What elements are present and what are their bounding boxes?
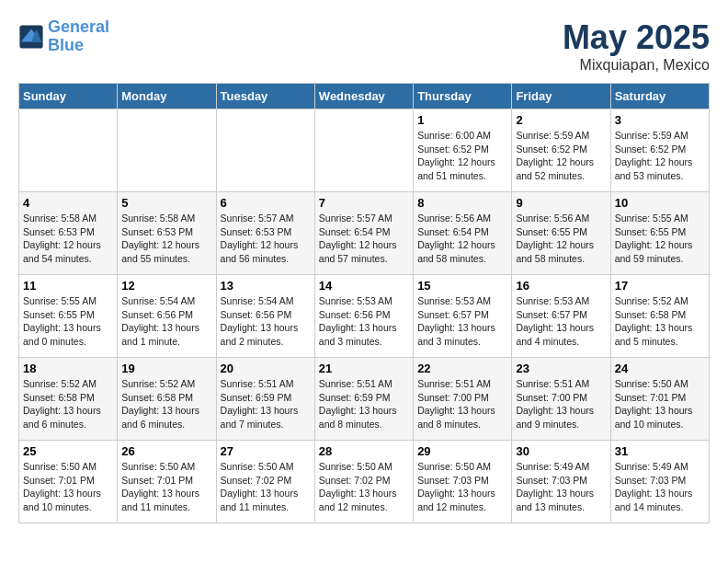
day-cell: 5Sunrise: 5:58 AM Sunset: 6:53 PM Daylig… [118,192,216,275]
week-row-1: 1Sunrise: 6:00 AM Sunset: 6:52 PM Daylig… [19,109,710,192]
day-info: Sunrise: 5:59 AM Sunset: 6:52 PM Dayligh… [516,129,606,183]
day-number: 8 [417,196,507,210]
day-number: 24 [615,362,705,375]
day-info: Sunrise: 5:52 AM Sunset: 6:58 PM Dayligh… [121,377,211,431]
day-number: 14 [319,279,409,293]
calendar-header-row: SundayMondayTuesdayWednesdayThursdayFrid… [19,84,710,109]
day-cell: 2Sunrise: 5:59 AM Sunset: 6:52 PM Daylig… [512,109,610,192]
day-number: 30 [516,444,606,458]
day-cell: 23Sunrise: 5:51 AM Sunset: 7:00 PM Dayli… [512,358,610,441]
day-number: 29 [417,444,507,458]
day-cell: 3Sunrise: 5:59 AM Sunset: 6:52 PM Daylig… [610,109,709,192]
calendar-table: SundayMondayTuesdayWednesdayThursdayFrid… [18,83,710,523]
day-info: Sunrise: 5:54 AM Sunset: 6:56 PM Dayligh… [121,294,211,349]
day-number: 12 [121,279,211,293]
day-info: Sunrise: 5:50 AM Sunset: 7:01 PM Dayligh… [121,460,211,514]
day-number: 7 [319,196,409,210]
day-number: 1 [417,113,507,127]
day-cell: 17Sunrise: 5:52 AM Sunset: 6:58 PM Dayli… [610,275,709,358]
day-info: Sunrise: 5:58 AM Sunset: 6:53 PM Dayligh… [121,212,211,266]
day-number: 16 [516,279,606,293]
day-number: 2 [516,113,606,127]
day-cell: 29Sunrise: 5:50 AM Sunset: 7:03 PM Dayli… [414,441,512,523]
day-info: Sunrise: 5:49 AM Sunset: 7:03 PM Dayligh… [516,460,606,514]
day-number: 11 [23,279,113,293]
day-cell: 11Sunrise: 5:55 AM Sunset: 6:55 PM Dayli… [19,275,118,358]
day-number: 18 [23,362,113,375]
header-thursday: Thursday [414,84,512,109]
day-number: 26 [121,444,211,458]
day-cell [118,109,216,192]
day-cell: 16Sunrise: 5:53 AM Sunset: 6:57 PM Dayli… [512,275,610,358]
day-cell [216,109,314,192]
day-info: Sunrise: 5:57 AM Sunset: 6:53 PM Dayligh… [221,212,311,266]
day-info: Sunrise: 5:56 AM Sunset: 6:55 PM Dayligh… [516,212,606,266]
day-cell: 8Sunrise: 5:56 AM Sunset: 6:54 PM Daylig… [414,192,512,275]
header-saturday: Saturday [610,84,709,109]
day-cell: 12Sunrise: 5:54 AM Sunset: 6:56 PM Dayli… [118,275,216,358]
page-header: General Blue May 2025 Mixquiapan, Mexico [18,18,710,74]
day-number: 15 [417,279,507,293]
day-cell: 6Sunrise: 5:57 AM Sunset: 6:53 PM Daylig… [216,192,314,275]
day-number: 3 [615,113,705,127]
day-cell: 4Sunrise: 5:58 AM Sunset: 6:53 PM Daylig… [19,192,118,275]
day-info: Sunrise: 5:52 AM Sunset: 6:58 PM Dayligh… [615,294,705,349]
logo-icon [18,24,44,50]
main-title: May 2025 [563,18,710,57]
day-info: Sunrise: 5:49 AM Sunset: 7:03 PM Dayligh… [615,460,705,514]
day-cell: 15Sunrise: 5:53 AM Sunset: 6:57 PM Dayli… [414,275,512,358]
day-cell: 25Sunrise: 5:50 AM Sunset: 7:01 PM Dayli… [19,441,118,523]
day-number: 22 [417,362,507,375]
day-info: Sunrise: 5:52 AM Sunset: 6:58 PM Dayligh… [23,377,113,431]
day-cell: 22Sunrise: 5:51 AM Sunset: 7:00 PM Dayli… [414,358,512,441]
day-info: Sunrise: 5:51 AM Sunset: 6:59 PM Dayligh… [221,377,311,431]
day-number: 4 [23,196,113,210]
day-number: 25 [23,444,113,458]
day-info: Sunrise: 5:55 AM Sunset: 6:55 PM Dayligh… [615,212,705,266]
day-cell: 13Sunrise: 5:54 AM Sunset: 6:56 PM Dayli… [216,275,314,358]
day-info: Sunrise: 5:59 AM Sunset: 6:52 PM Dayligh… [615,129,705,183]
day-number: 17 [615,279,705,293]
day-cell: 14Sunrise: 5:53 AM Sunset: 6:56 PM Dayli… [314,275,413,358]
day-cell: 18Sunrise: 5:52 AM Sunset: 6:58 PM Dayli… [19,358,118,441]
day-number: 31 [615,444,705,458]
day-cell: 10Sunrise: 5:55 AM Sunset: 6:55 PM Dayli… [610,192,709,275]
day-info: Sunrise: 5:54 AM Sunset: 6:56 PM Dayligh… [221,294,311,349]
day-cell: 19Sunrise: 5:52 AM Sunset: 6:58 PM Dayli… [118,358,216,441]
day-info: Sunrise: 5:50 AM Sunset: 7:01 PM Dayligh… [615,377,705,431]
day-cell: 1Sunrise: 6:00 AM Sunset: 6:52 PM Daylig… [414,109,512,192]
day-number: 9 [516,196,606,210]
logo-text: General Blue [48,18,109,55]
week-row-4: 18Sunrise: 5:52 AM Sunset: 6:58 PM Dayli… [19,358,710,441]
day-info: Sunrise: 5:51 AM Sunset: 6:59 PM Dayligh… [319,377,409,431]
day-info: Sunrise: 5:55 AM Sunset: 6:55 PM Dayligh… [23,294,113,349]
header-monday: Monday [118,84,216,109]
day-info: Sunrise: 6:00 AM Sunset: 6:52 PM Dayligh… [417,129,507,183]
header-wednesday: Wednesday [314,84,413,109]
logo-line1: General [48,17,109,36]
day-cell: 9Sunrise: 5:56 AM Sunset: 6:55 PM Daylig… [512,192,610,275]
day-info: Sunrise: 5:58 AM Sunset: 6:53 PM Dayligh… [23,212,113,266]
week-row-3: 11Sunrise: 5:55 AM Sunset: 6:55 PM Dayli… [19,275,710,358]
day-cell: 20Sunrise: 5:51 AM Sunset: 6:59 PM Dayli… [216,358,314,441]
day-info: Sunrise: 5:50 AM Sunset: 7:02 PM Dayligh… [319,460,409,514]
day-info: Sunrise: 5:50 AM Sunset: 7:03 PM Dayligh… [417,460,507,514]
day-info: Sunrise: 5:53 AM Sunset: 6:57 PM Dayligh… [516,294,606,349]
week-row-2: 4Sunrise: 5:58 AM Sunset: 6:53 PM Daylig… [19,192,710,275]
day-cell: 31Sunrise: 5:49 AM Sunset: 7:03 PM Dayli… [610,441,709,523]
day-number: 21 [319,362,409,375]
day-info: Sunrise: 5:51 AM Sunset: 7:00 PM Dayligh… [417,377,507,431]
day-number: 13 [221,279,311,293]
day-info: Sunrise: 5:50 AM Sunset: 7:02 PM Dayligh… [221,460,311,514]
day-cell: 27Sunrise: 5:50 AM Sunset: 7:02 PM Dayli… [216,441,314,523]
day-number: 28 [319,444,409,458]
day-info: Sunrise: 5:56 AM Sunset: 6:54 PM Dayligh… [417,212,507,266]
day-number: 19 [121,362,211,375]
day-number: 6 [221,196,311,210]
logo-line2: Blue [48,36,84,54]
day-info: Sunrise: 5:57 AM Sunset: 6:54 PM Dayligh… [319,212,409,266]
subtitle: Mixquiapan, Mexico [563,57,710,74]
week-row-5: 25Sunrise: 5:50 AM Sunset: 7:01 PM Dayli… [19,441,710,523]
day-info: Sunrise: 5:53 AM Sunset: 6:57 PM Dayligh… [417,294,507,349]
day-info: Sunrise: 5:53 AM Sunset: 6:56 PM Dayligh… [319,294,409,349]
